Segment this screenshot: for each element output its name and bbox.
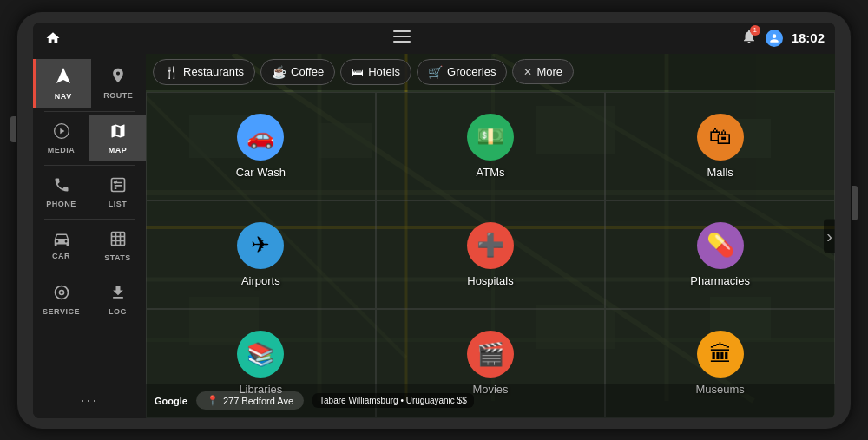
status-right: 1 18:02 (741, 29, 825, 48)
filter-hotels[interactable]: 🛏 Hotels (340, 59, 411, 85)
service-label: SERVICE (43, 307, 80, 316)
svg-marker-4 (56, 68, 70, 83)
nav-route-pair: NAV ROUTE (33, 59, 146, 108)
chevron-right-icon[interactable]: › (824, 219, 835, 253)
car-icon (52, 232, 71, 249)
bell-icon[interactable]: 1 (741, 29, 757, 48)
coffee-icon: ☕ (272, 65, 286, 79)
nav-label: NAV (55, 92, 72, 101)
poi-grid: 🚗Car Wash💵ATMs🛍Malls✈Airports➕Hospitals💊… (146, 92, 835, 418)
poi-cell-airports[interactable]: ✈Airports (146, 200, 376, 309)
stats-label: STATS (104, 253, 131, 262)
divider-1 (44, 111, 135, 112)
filter-bar: 🍴 Restaurants ☕ Coffee 🛏 Hotels 🛒 Grocer… (146, 54, 835, 90)
map-label: MAP (108, 146, 128, 154)
stats-icon (109, 230, 127, 251)
more-label: More (536, 65, 562, 78)
list-label: LIST (108, 200, 128, 208)
sidebar-item-phone[interactable]: PHONE (33, 169, 89, 215)
map-bottom-bar: Google 📍 277 Bedford Ave Tabare Williams… (146, 384, 835, 418)
status-middle (69, 30, 734, 46)
map-content: 🍴 Restaurants ☕ Coffee 🛏 Hotels 🛒 Grocer… (146, 54, 835, 418)
sidebar-item-map[interactable]: MAP (89, 115, 146, 161)
restaurants-label: Restaurants (183, 65, 244, 78)
car-label: CAR (52, 252, 70, 260)
svg-marker-6 (60, 128, 64, 134)
route-icon (109, 67, 127, 89)
home-icon[interactable] (43, 29, 62, 48)
sidebar-item-route[interactable]: ROUTE (91, 59, 147, 108)
divider-4 (44, 273, 135, 273)
atms-icon: 💵 (467, 114, 514, 161)
svg-point-15 (55, 286, 68, 299)
filter-coffee[interactable]: ☕ Coffee (260, 59, 335, 85)
svg-point-3 (772, 34, 776, 38)
screen: 1 18:02 (33, 23, 835, 418)
sidebar: NAV ROUTE (33, 54, 146, 418)
divider-2 (44, 165, 135, 166)
sidebar-item-list[interactable]: LIST (89, 169, 146, 215)
hospitals-icon: ➕ (467, 222, 514, 269)
sidebar-item-stats[interactable]: STATS (89, 223, 146, 269)
media-label: MEDIA (48, 146, 76, 154)
phone-label: PHONE (46, 200, 76, 208)
main-area: NAV ROUTE (33, 54, 835, 418)
divider-3 (44, 219, 135, 220)
sidebar-item-media[interactable]: MEDIA (33, 115, 89, 161)
pharmacies-icon: 💊 (697, 222, 744, 269)
log-icon (109, 284, 127, 305)
bell-badge: 1 (750, 25, 760, 36)
poi-cell-atms[interactable]: 💵ATMs (376, 92, 606, 200)
poi-cell-car-wash[interactable]: 🚗Car Wash (146, 92, 376, 200)
nav-icon (55, 66, 72, 89)
malls-label: Malls (707, 166, 733, 179)
hamburger-icon[interactable] (393, 30, 411, 46)
sidebar-item-log[interactable]: LOG (89, 277, 146, 323)
hotels-icon: 🛏 (352, 65, 364, 79)
address-pill[interactable]: 📍 277 Bedford Ave (196, 391, 304, 410)
poi-cell-malls[interactable]: 🛍Malls (605, 92, 835, 200)
location-chip: Tabare Williamsburg • Uruguayanic $$ (312, 393, 474, 408)
svg-rect-0 (393, 30, 411, 32)
filter-more[interactable]: ✕ More (512, 59, 574, 84)
restaurants-icon: 🍴 (164, 65, 179, 79)
map-icon (109, 122, 127, 143)
poi-cell-pharmacies[interactable]: 💊Pharmacies (605, 200, 835, 309)
airports-label: Airports (241, 274, 280, 287)
sidebar-item-service[interactable]: SERVICE (33, 277, 89, 323)
time-display: 18:02 (792, 30, 825, 45)
car-wash-label: Car Wash (236, 166, 286, 179)
hospitals-label: Hospitals (467, 274, 513, 287)
phone-icon (53, 176, 70, 197)
route-label: ROUTE (103, 91, 133, 100)
sidebar-item-nav[interactable]: NAV (33, 59, 91, 108)
google-logo: Google (155, 396, 187, 406)
service-log-pair: SERVICE LOG (33, 277, 146, 323)
list-icon (109, 176, 127, 197)
media-icon (53, 122, 70, 143)
movies-icon: 🎬 (467, 331, 514, 378)
hotels-label: Hotels (368, 65, 400, 78)
media-map-pair: MEDIA MAP (33, 115, 146, 161)
more-close-icon: ✕ (523, 66, 532, 78)
svg-rect-10 (111, 232, 124, 245)
filter-restaurants[interactable]: 🍴 Restaurants (153, 59, 255, 85)
pharmacies-label: Pharmacies (690, 274, 750, 287)
svg-rect-2 (393, 41, 411, 43)
car-stats-pair: CAR STATS (33, 223, 146, 269)
car-wash-icon: 🚗 (237, 114, 284, 161)
sidebar-item-car[interactable]: CAR (33, 223, 89, 269)
avatar-icon[interactable] (766, 30, 783, 47)
malls-icon: 🛍 (697, 114, 744, 161)
dots-menu[interactable]: ... (73, 381, 105, 413)
libraries-icon: 📚 (237, 331, 284, 378)
svg-rect-1 (393, 36, 411, 37)
filter-groceries[interactable]: 🛒 Groceries (417, 59, 507, 85)
address-text: 277 Bedford Ave (223, 396, 293, 406)
location-name: Tabare Williamsburg (319, 396, 398, 405)
svg-point-16 (59, 290, 63, 294)
poi-cell-hospitals[interactable]: ➕Hospitals (376, 200, 606, 309)
groceries-label: Groceries (447, 65, 496, 78)
phone-list-pair: PHONE LIST (33, 169, 146, 215)
museums-icon: 🏛 (697, 331, 744, 378)
